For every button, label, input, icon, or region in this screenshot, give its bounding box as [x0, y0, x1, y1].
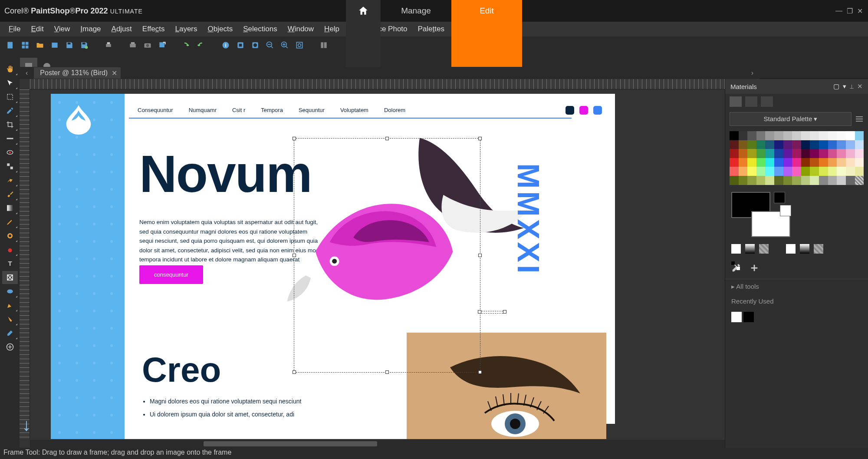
color-swatch[interactable] [810, 149, 819, 158]
canvas[interactable]: ConsequunturNumquamrCsit rTemporaSequunt… [30, 89, 760, 439]
color-swatch[interactable] [730, 140, 739, 149]
color-swatch[interactable] [747, 131, 756, 140]
color-swatch[interactable] [783, 167, 792, 176]
color-swatch[interactable] [739, 158, 748, 167]
color-swatch[interactable] [739, 131, 748, 140]
color-swatch[interactable] [792, 131, 801, 140]
color-swatch[interactable] [730, 167, 739, 176]
scrollbar-horizontal[interactable] [30, 440, 760, 448]
color-swatch[interactable] [747, 140, 756, 149]
color-swatch[interactable] [774, 176, 783, 185]
pin-icon[interactable]: ⟂ [850, 83, 854, 90]
color-swatch[interactable] [783, 131, 792, 140]
menu-adjust[interactable]: Adjust [107, 23, 136, 35]
menu-image[interactable]: Image [76, 23, 105, 35]
palette-dropdown[interactable]: Standard Palette ▾ [730, 112, 852, 126]
menu-edit[interactable]: Edit [26, 23, 48, 35]
color-swatch[interactable] [801, 158, 810, 167]
color-swatch[interactable] [846, 131, 855, 140]
color-swatch[interactable] [801, 140, 810, 149]
ruler-horizontal[interactable] [30, 79, 760, 89]
open-button[interactable] [34, 39, 46, 51]
color-swatch[interactable] [855, 158, 864, 167]
color-swatch[interactable] [801, 149, 810, 158]
save-button[interactable] [63, 39, 76, 51]
color-swatch[interactable] [828, 140, 837, 149]
save-as-button[interactable] [78, 39, 90, 51]
close-button[interactable]: ✕ [857, 7, 863, 15]
zoom-in-button[interactable] [279, 39, 291, 51]
document-tab[interactable]: Poster @ 131% (Bird) ✕ [34, 67, 121, 79]
color-swatch[interactable] [756, 149, 766, 158]
color-swatch[interactable] [819, 149, 828, 158]
launch-button[interactable] [156, 39, 168, 51]
color-swatch[interactable] [765, 176, 774, 185]
close-tab-icon[interactable]: ✕ [112, 69, 117, 77]
color-swatch[interactable] [747, 149, 756, 158]
color-swatch[interactable] [756, 158, 766, 167]
color-swatches[interactable] [725, 129, 868, 188]
color-swatch[interactable] [828, 149, 837, 158]
color-swatch[interactable] [810, 131, 819, 140]
color-swatch[interactable] [846, 149, 855, 158]
print-button[interactable] [102, 39, 115, 51]
redo-button[interactable] [195, 39, 207, 51]
ruler-vertical[interactable] [20, 89, 30, 439]
color-swatch[interactable] [730, 176, 739, 185]
color-swatch[interactable] [819, 158, 828, 167]
color-swatch[interactable] [739, 149, 748, 158]
color-swatch[interactable] [819, 131, 828, 140]
tab-prev[interactable]: ‹ [23, 69, 30, 77]
color-swatch[interactable] [792, 167, 801, 176]
color-swatch[interactable] [792, 176, 801, 185]
menu-file[interactable]: File [4, 23, 25, 35]
color-swatch[interactable] [739, 167, 748, 176]
color-swatch[interactable] [819, 176, 828, 185]
color-swatch[interactable] [819, 140, 828, 149]
color-swatch[interactable] [774, 158, 783, 167]
color-swatch[interactable] [810, 167, 819, 176]
color-swatch[interactable] [846, 140, 855, 149]
color-swatch[interactable] [730, 158, 739, 167]
color-swatch[interactable] [819, 167, 828, 176]
color-swatch[interactable] [837, 140, 846, 149]
color-swatch[interactable] [810, 140, 819, 149]
color-swatch[interactable] [837, 167, 846, 176]
color-swatch[interactable] [730, 149, 739, 158]
dock-icon[interactable]: ▢ [833, 83, 839, 90]
color-swatch[interactable] [801, 176, 810, 185]
ai-upsize-button[interactable] [249, 39, 261, 51]
zoom-fit-button[interactable] [293, 39, 306, 51]
menu-window[interactable]: Window [283, 23, 318, 35]
mode-pattern-bg[interactable] [814, 244, 823, 254]
color-swatch[interactable] [855, 167, 864, 176]
color-swatch[interactable] [783, 176, 792, 185]
new-from-template-button[interactable] [19, 39, 31, 51]
maximize-button[interactable]: ❐ [847, 7, 853, 15]
color-swatch[interactable] [837, 158, 846, 167]
mode-gradient[interactable] [745, 244, 755, 254]
info-button[interactable]: i [220, 39, 232, 51]
color-swatch[interactable] [855, 149, 864, 158]
menu-view[interactable]: View [50, 23, 75, 35]
instant-effects-button[interactable] [318, 39, 330, 51]
color-swatch[interactable] [756, 140, 766, 149]
color-swatch[interactable] [765, 140, 774, 149]
color-swatch[interactable] [747, 167, 756, 176]
color-swatch[interactable] [792, 140, 801, 149]
color-swatch[interactable] [792, 149, 801, 158]
pan-tool[interactable] [2, 63, 18, 76]
color-swatch[interactable] [837, 176, 846, 185]
color-swatch[interactable] [765, 149, 774, 158]
color-swatch[interactable] [747, 176, 756, 185]
color-swatch[interactable] [747, 158, 756, 167]
recent-swatch[interactable] [731, 312, 742, 322]
undo-button[interactable] [181, 39, 193, 51]
camera-button[interactable] [141, 39, 154, 51]
color-swatch[interactable] [846, 167, 855, 176]
color-swatch[interactable] [810, 176, 819, 185]
color-swatch[interactable] [837, 131, 846, 140]
recent-swatch[interactable] [743, 312, 754, 322]
color-swatch[interactable] [756, 131, 766, 140]
color-swatch[interactable] [801, 167, 810, 176]
